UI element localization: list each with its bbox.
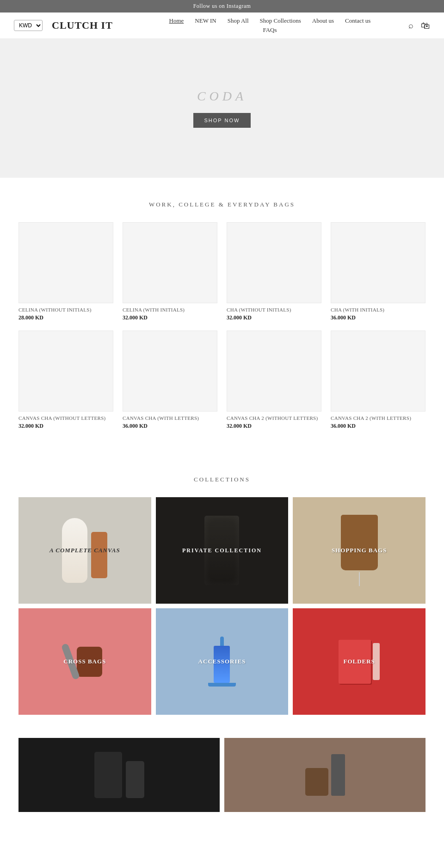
product-image <box>227 222 321 303</box>
collection-label: Folders <box>343 658 375 665</box>
product-image <box>18 331 113 412</box>
product-price: 32.000 KD <box>18 423 113 430</box>
product-price: 32.000 KD <box>227 423 321 430</box>
product-card[interactable]: CHA (with initials) 36.000 KD <box>331 222 426 321</box>
collection-card-private[interactable]: PRIVATE COLLECTION <box>156 497 289 604</box>
collection-card-folders[interactable]: Folders <box>293 608 426 715</box>
product-name: CHA (with initials) <box>331 307 426 312</box>
nav-shop-collections[interactable]: Shop Collections <box>260 17 301 25</box>
product-price: 36.000 KD <box>123 423 217 430</box>
bottom-image-right <box>224 738 426 812</box>
bottom-image-left <box>18 738 220 812</box>
product-image <box>331 331 426 412</box>
products-section-title: WORK, COLLEGE & EVERYDAY BAGS <box>18 201 426 208</box>
nav-bottom-row: FAQs <box>263 26 277 34</box>
header: KWD USD CLUTCH IT Home NEW IN Shop All S… <box>0 12 444 39</box>
product-image <box>331 222 426 303</box>
product-image <box>123 331 217 412</box>
product-card[interactable]: CANVAS CHA 2 (with letters) 36.000 KD <box>331 331 426 430</box>
collection-label: PRIVATE COLLECTION <box>182 547 262 554</box>
collection-card-shopping[interactable]: Shopping Bags <box>293 497 426 604</box>
product-name: CANVAS CHA 2 (without letters) <box>227 415 321 421</box>
collection-card-cross[interactable]: Cross Bags <box>18 608 151 715</box>
main-nav: Home NEW IN Shop All Shop Collections Ab… <box>113 17 408 34</box>
hero-section: CODA SHOP NOW <box>0 39 444 178</box>
cart-icon[interactable]: 🛍 <box>421 20 430 31</box>
collections-grid: A Complete Canvas PRIVATE COLLECTION Sho… <box>18 497 426 715</box>
product-image <box>18 222 113 303</box>
collection-label: Cross Bags <box>63 658 106 665</box>
product-card[interactable]: CANVAS CHA (without letters) 32.000 KD <box>18 331 113 430</box>
product-price: 32.000 KD <box>123 314 217 321</box>
product-name: CANVAS CHA (with letters) <box>123 415 217 421</box>
nav-about-us[interactable]: About us <box>312 17 334 25</box>
product-name: CELINA (without initials) <box>18 307 113 312</box>
collection-label: Accessories <box>198 658 246 665</box>
collections-section: COLLECTIONS A Complete Canvas PRIVATE CO… <box>0 453 444 738</box>
top-bar: Follow us on Instagram <box>0 0 444 12</box>
products-grid: CELINA (without initials) 28.000 KD CELI… <box>18 222 426 430</box>
product-price: 36.000 KD <box>331 423 426 430</box>
collections-section-title: COLLECTIONS <box>18 476 426 483</box>
logo[interactable]: CLUTCH IT <box>52 19 113 31</box>
product-name: CANVAS CHA 2 (with letters) <box>331 415 426 421</box>
product-name: CANVAS CHA (without letters) <box>18 415 113 421</box>
product-image <box>123 222 217 303</box>
header-left: KWD USD CLUTCH IT <box>14 19 113 31</box>
product-card[interactable]: CELINA (with initials) 32.000 KD <box>123 222 217 321</box>
nav-faqs[interactable]: FAQs <box>263 26 277 34</box>
collection-card-canvas[interactable]: A Complete Canvas <box>18 497 151 604</box>
product-name: CHA (without initials) <box>227 307 321 312</box>
collection-card-accessories[interactable]: Accessories <box>156 608 289 715</box>
search-icon[interactable]: ⌕ <box>408 21 413 31</box>
product-price: 36.000 KD <box>331 314 426 321</box>
nav-new-in[interactable]: NEW IN <box>195 17 216 25</box>
collection-label: A Complete Canvas <box>49 547 120 554</box>
collection-label: Shopping Bags <box>332 547 387 554</box>
product-card[interactable]: CELINA (without initials) 28.000 KD <box>18 222 113 321</box>
product-card[interactable]: CHA (without initials) 32.000 KD <box>227 222 321 321</box>
product-card[interactable]: CANVAS CHA (with letters) 36.000 KD <box>123 331 217 430</box>
nav-top-row: Home NEW IN Shop All Shop Collections Ab… <box>169 17 371 25</box>
product-price: 28.000 KD <box>18 314 113 321</box>
currency-selector[interactable]: KWD USD <box>14 20 43 31</box>
shop-now-button[interactable]: SHOP NOW <box>193 113 251 128</box>
instagram-text: Follow us on Instagram <box>193 3 251 9</box>
header-right: ⌕ 🛍 <box>408 20 430 31</box>
product-price: 32.000 KD <box>227 314 321 321</box>
product-name: CELINA (with initials) <box>123 307 217 312</box>
product-card[interactable]: CANVAS CHA 2 (without letters) 32.000 KD <box>227 331 321 430</box>
nav-home[interactable]: Home <box>169 17 184 25</box>
nav-shop-all[interactable]: Shop All <box>228 17 249 25</box>
bottom-row <box>0 738 444 835</box>
nav-contact-us[interactable]: Contact us <box>345 17 370 25</box>
products-section: WORK, COLLEGE & EVERYDAY BAGS CELINA (wi… <box>0 178 444 453</box>
product-image <box>227 331 321 412</box>
hero-title: CODA <box>197 89 247 104</box>
